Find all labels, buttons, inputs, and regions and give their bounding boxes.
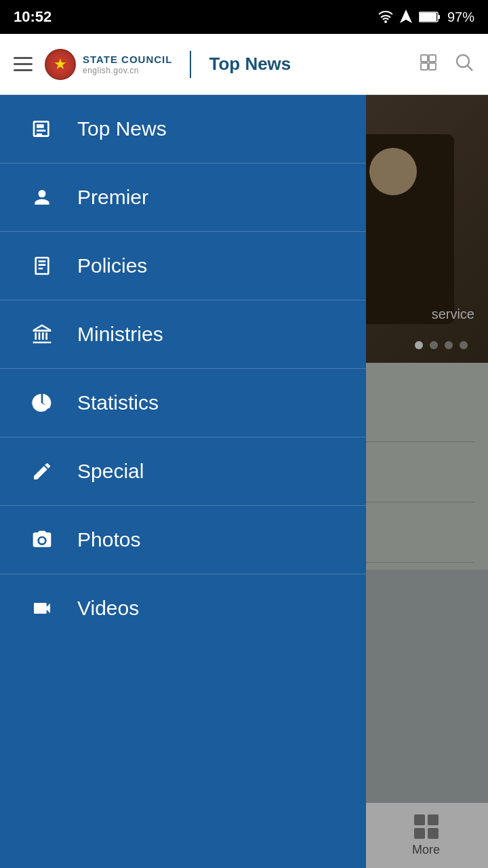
drawer-label: Ministries	[77, 323, 163, 346]
drawer-label: Photos	[77, 528, 140, 551]
logo-area: ★ STATE COUNCIL english.gov.cn	[45, 49, 172, 80]
navigation-icon	[400, 9, 412, 24]
svg-line-8	[467, 65, 472, 71]
piechart-icon	[27, 388, 57, 418]
drawer-item-videos[interactable]: Videos	[0, 574, 366, 642]
svg-rect-1	[438, 15, 440, 19]
logo-main-text: STATE COUNCIL	[83, 54, 172, 66]
book-icon	[27, 251, 57, 281]
camera-icon	[27, 525, 57, 555]
svg-rect-3	[421, 55, 428, 62]
status-time: 10:52	[14, 8, 52, 26]
battery-percent: 97%	[447, 9, 474, 25]
person-icon	[27, 182, 57, 212]
drawer-label: Policies	[77, 254, 147, 277]
state-council-emblem: ★	[45, 49, 76, 80]
svg-rect-5	[421, 63, 428, 70]
status-icons: 97%	[378, 9, 474, 25]
newspaper-icon	[27, 114, 57, 144]
bank-icon	[27, 319, 57, 349]
drawer-overlay[interactable]	[366, 95, 488, 868]
svg-rect-4	[429, 55, 436, 62]
battery-icon	[419, 11, 441, 23]
drawer-label: Premier	[77, 186, 148, 209]
page-title: Top News	[209, 54, 291, 75]
drawer-item-premier[interactable]: Premier	[0, 163, 366, 232]
drawer-item-policies[interactable]: Policies	[0, 232, 366, 300]
app-header: ★ STATE COUNCIL english.gov.cn Top News	[0, 34, 488, 95]
drawer-label: Statistics	[77, 391, 159, 414]
status-bar: 10:52 97%	[0, 0, 488, 34]
drawer-label: Special	[77, 460, 144, 483]
drawer-item-statistics[interactable]: Statistics	[0, 369, 366, 437]
video-icon	[27, 593, 57, 623]
drawer-item-top-news[interactable]: Top News	[0, 95, 366, 163]
logo-sub-text: english.gov.cn	[83, 66, 172, 75]
drawer-item-photos[interactable]: Photos	[0, 506, 366, 574]
header-actions	[419, 52, 474, 77]
menu-button[interactable]	[14, 57, 33, 71]
grid-icon[interactable]	[419, 53, 438, 76]
pencil-icon	[27, 456, 57, 486]
svg-rect-6	[429, 63, 436, 70]
header-divider	[190, 51, 191, 78]
drawer-label: Videos	[77, 597, 139, 620]
drawer-item-special[interactable]: Special	[0, 437, 366, 506]
drawer-label: Top News	[77, 117, 167, 140]
search-icon[interactable]	[454, 52, 474, 77]
navigation-drawer: Top News Premier Policies Ministries	[0, 95, 366, 868]
svg-rect-2	[420, 13, 436, 21]
drawer-item-ministries[interactable]: Ministries	[0, 300, 366, 369]
wifi-icon	[378, 11, 393, 23]
